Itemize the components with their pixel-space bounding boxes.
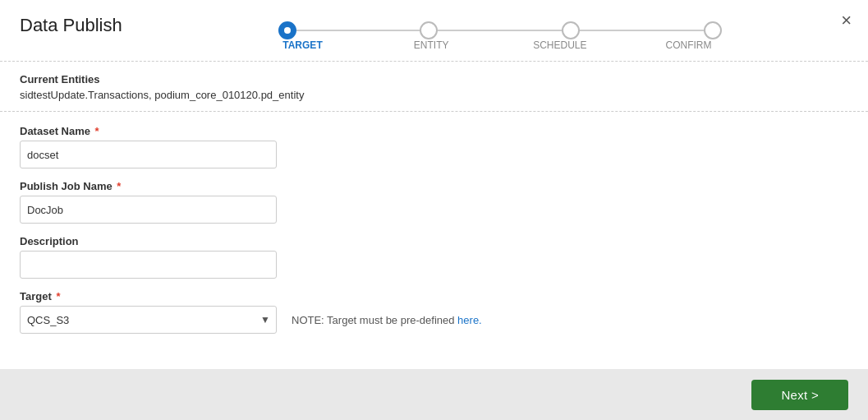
entities-title: Current Entities xyxy=(20,73,848,85)
target-note: NOTE: Target must be pre-defined here. xyxy=(292,314,482,326)
footer: Next > xyxy=(0,369,868,420)
description-input[interactable] xyxy=(20,251,277,279)
step-label-schedule[interactable]: SCHEDULE xyxy=(527,39,593,51)
header: Data Publish TARGET ENTITY SCHEDULE CONF… xyxy=(0,0,868,51)
dataset-name-row: Dataset Name * xyxy=(20,125,848,168)
form-section: Dataset Name * Publish Job Name * Descri… xyxy=(0,112,868,369)
stepper: TARGET ENTITY SCHEDULE CONFIRM xyxy=(151,15,848,51)
step-label-target[interactable]: TARGET xyxy=(270,39,336,51)
step-conn-2 xyxy=(438,30,562,31)
dataset-name-label: Dataset Name * xyxy=(20,125,848,137)
target-row: Target * QCS_S3 Option2 ▼ NOTE: Target m… xyxy=(20,290,848,334)
publish-job-name-input[interactable] xyxy=(20,196,277,224)
step-dot-4 xyxy=(704,21,722,39)
target-note-link[interactable]: here. xyxy=(457,314,482,326)
target-select-wrapper: QCS_S3 Option2 ▼ xyxy=(20,306,277,334)
page-title: Data Publish xyxy=(20,15,151,36)
description-row: Description xyxy=(20,235,848,279)
next-button[interactable]: Next > xyxy=(751,380,848,410)
step-conn-3 xyxy=(580,30,704,31)
step-dot-1 xyxy=(278,21,296,39)
target-select[interactable]: QCS_S3 Option2 xyxy=(20,306,277,334)
step-dot-3 xyxy=(562,21,580,39)
publish-job-name-row: Publish Job Name * xyxy=(20,180,848,224)
entities-section: Current Entities sidtestUpdate.Transacti… xyxy=(0,62,868,111)
entities-value: sidtestUpdate.Transactions, podium_core_… xyxy=(20,89,848,101)
close-button[interactable]: × xyxy=(841,12,852,30)
description-label: Description xyxy=(20,235,848,247)
stepper-labels: TARGET ENTITY SCHEDULE CONFIRM xyxy=(278,39,722,51)
target-input-row: QCS_S3 Option2 ▼ NOTE: Target must be pr… xyxy=(20,306,848,334)
stepper-dots-row xyxy=(278,21,722,39)
step-dot-2 xyxy=(420,21,438,39)
modal-container: Data Publish TARGET ENTITY SCHEDULE CONF… xyxy=(0,0,868,420)
publish-job-name-label: Publish Job Name * xyxy=(20,180,848,192)
step-label-entity[interactable]: ENTITY xyxy=(398,39,464,51)
target-label: Target * xyxy=(20,290,848,302)
dataset-name-input[interactable] xyxy=(20,141,277,168)
step-label-confirm[interactable]: CONFIRM xyxy=(655,39,721,51)
step-conn-1 xyxy=(296,30,420,31)
